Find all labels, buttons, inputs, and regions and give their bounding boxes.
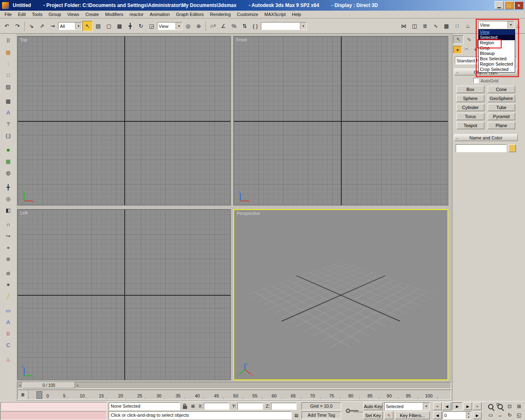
redo-button[interactable]: ↷ [12, 21, 23, 31]
minimize-button[interactable]: ▁ [495, 1, 504, 9]
category-geometry[interactable]: ● [453, 46, 462, 54]
tab-modify[interactable]: ∿ [464, 35, 474, 44]
chevron-down-icon[interactable]: ▼ [75, 23, 82, 30]
absolute-relative-transform-toggle[interactable]: ⊞ [189, 403, 196, 410]
zoom-all-button[interactable] [496, 402, 504, 411]
reactor-deforming-mesh-collection-button[interactable]: ▨ [2, 81, 14, 92]
named-selection-sets-combo[interactable]: ▼ [261, 22, 307, 30]
reactor-checker-button[interactable]: ▩ [2, 96, 14, 106]
plane-button[interactable]: Plane [488, 122, 516, 129]
reactor-preview-button[interactable]: ▭ [2, 305, 14, 316]
menu-file[interactable]: File [2, 11, 15, 18]
reactor-help-button[interactable]: ? [2, 119, 14, 129]
current-frame-marker[interactable] [37, 391, 42, 399]
play-button[interactable]: ▶ [452, 402, 463, 410]
object-name-input[interactable] [456, 144, 507, 152]
min-max-toggle-button[interactable]: ◱ [515, 411, 523, 419]
reactor-grid-button[interactable]: ▦ [2, 156, 14, 167]
set-key-button[interactable]: Set Key [363, 411, 383, 419]
zoom-extents-button[interactable]: ⊡ [505, 402, 514, 411]
render-type-option-region[interactable]: Region [479, 40, 515, 46]
menu-animation[interactable]: Animation [147, 11, 173, 18]
box-button[interactable]: Box [457, 86, 484, 93]
select-and-scale-button[interactable]: ◲ [146, 21, 157, 31]
close-button[interactable]: × [514, 1, 523, 9]
geosphere-button[interactable]: GeoSphere [488, 95, 516, 102]
reactor-sphere-button[interactable]: ◍ [2, 167, 14, 178]
spinner-down-icon[interactable]: ▾ [466, 415, 471, 419]
select-and-link-button[interactable]: ⇘ [26, 21, 37, 31]
maxscript-mini-listener-input[interactable] [0, 411, 107, 420]
chevron-down-icon[interactable]: ▼ [300, 23, 306, 30]
menu-help[interactable]: Help [289, 11, 304, 18]
reactor-hook-button[interactable]: ↪ [2, 231, 14, 241]
y-coordinate-field[interactable] [237, 403, 263, 410]
chevron-down-icon[interactable]: ▼ [423, 403, 429, 410]
reactor-soft-body-collection-button[interactable]: ⋮ [2, 58, 14, 69]
category-shapes[interactable]: ◠ [462, 46, 471, 54]
viewport-left[interactable]: Left z y [17, 209, 231, 380]
x-coordinate-field[interactable] [204, 403, 229, 410]
time-slider-next-button[interactable]: > [75, 382, 80, 388]
reactor-marker-b-button[interactable]: B [2, 328, 14, 339]
align-button[interactable]: ◫ [409, 21, 420, 31]
previous-frame-button[interactable]: ◀ [443, 402, 451, 410]
reactor-motor-button[interactable]: ⊛ [2, 253, 14, 264]
frame-spinner[interactable]: ▴ ▾ [466, 412, 471, 419]
render-type-option-crop[interactable]: Crop [479, 46, 515, 51]
select-and-move-button[interactable]: ╋ [125, 21, 135, 31]
reactor-wheel-button[interactable]: ◎ [2, 193, 14, 204]
reactor-apply-cloth-button[interactable]: A [2, 107, 14, 118]
reactor-wand-button[interactable]: ╱ [2, 291, 14, 301]
render-type-option-region-selected[interactable]: Region Selected [479, 62, 515, 67]
render-type-option-selected[interactable]: Selected [479, 35, 515, 40]
z-coordinate-field[interactable] [271, 403, 297, 410]
viewport-front[interactable]: Front z x [233, 36, 448, 205]
maxscript-mini-listener-output[interactable] [0, 402, 107, 411]
selection-lock-toggle[interactable] [181, 403, 188, 410]
goto-end-button[interactable]: » [473, 402, 482, 410]
reactor-named-set-button[interactable]: {;} [2, 130, 14, 141]
menu-graph-editors[interactable]: Graph Editors [173, 11, 207, 18]
percent-snap-toggle-button[interactable]: % [229, 21, 239, 31]
cone-button[interactable]: Cone [488, 86, 516, 93]
menu-edit[interactable]: Edit [15, 11, 29, 18]
next-frame-button[interactable]: ▶ [463, 402, 472, 410]
menu-group[interactable]: Group [46, 11, 64, 18]
snap-toggle-3d-button[interactable]: ∩³ [208, 21, 218, 31]
auto-key-button[interactable]: Auto Key [363, 402, 383, 410]
viewport-perspective[interactable]: Perspective z y x [233, 209, 448, 380]
undo-button[interactable]: ↶ [2, 21, 12, 31]
set-key-mode-indicator[interactable] [344, 406, 362, 416]
menu-customize[interactable]: Customize [234, 11, 261, 18]
tab-create[interactable]: ↖ [453, 35, 463, 44]
mirror-button[interactable]: ⋈ [399, 21, 409, 31]
track-bar[interactable]: ≣ 05101520253035404550556065707580859095… [17, 390, 451, 399]
menu-modifiers[interactable]: Modifiers [102, 11, 126, 18]
key-mode-combo[interactable]: Selected ▼ [384, 402, 430, 410]
render-type-option-blowup[interactable]: Blowup [479, 51, 515, 56]
object-color-swatch[interactable] [509, 144, 516, 152]
time-slider-handle[interactable]: 0 / 100 [23, 382, 75, 388]
spinner-snap-toggle-button[interactable]: ⇅ [240, 21, 250, 31]
unlink-selection-button[interactable]: ⇗ [37, 21, 47, 31]
select-object-button[interactable]: ↖ [82, 21, 93, 31]
maximize-button[interactable]: □ [504, 1, 514, 9]
layer-manager-button[interactable]: ≣ [420, 21, 430, 31]
edit-named-selection-sets-button[interactable]: { } [250, 21, 260, 31]
reactor-cloth-collection-button[interactable]: ▦ [2, 47, 14, 57]
spinner-up-icon[interactable]: ▴ [466, 412, 471, 415]
reactor-anchor-button[interactable]: ╋ [2, 182, 14, 192]
render-type-combo[interactable]: View ▼ [478, 21, 514, 29]
viewport-top[interactable]: Top y x [17, 36, 231, 205]
reactor-rope-collection-button[interactable]: ∷ [2, 70, 14, 80]
reactor-ball-button[interactable]: ● [2, 242, 14, 253]
name-and-color-rollout[interactable]: - Name and Color [454, 134, 518, 141]
material-editor-button[interactable]: ∷ [452, 21, 462, 31]
menu-maxscript[interactable]: MAXScript [262, 11, 289, 18]
window-crossing-toggle-button[interactable]: ▩ [114, 21, 125, 31]
render-type-option-crop-selected[interactable]: Crop Selected [479, 67, 515, 72]
reactor-fracture-button[interactable]: ✶ [2, 279, 14, 290]
time-tag-toggle[interactable]: ▤ [293, 411, 300, 419]
menu-views[interactable]: Views [64, 11, 82, 18]
